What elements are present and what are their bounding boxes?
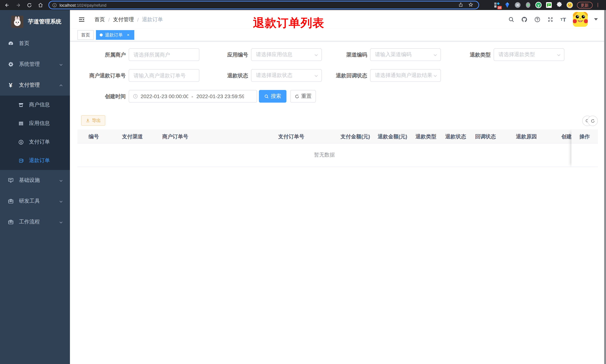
refresh-button[interactable]	[587, 116, 598, 126]
sidebar-item-label: 商户信息	[29, 102, 50, 108]
app-select[interactable]: 请选择应用信息	[251, 48, 322, 61]
font-size-icon[interactable]: TT	[560, 16, 566, 23]
column-header: 支付订单号	[266, 130, 337, 143]
browser-home-icon[interactable]	[37, 2, 43, 8]
column-header: 商户订单号	[155, 130, 266, 143]
share-icon[interactable]	[458, 2, 463, 8]
select-placeholder: 请选择通知商户退款结果	[375, 72, 433, 79]
fixed-action-column: 操作	[571, 130, 598, 167]
empty-state-text: 暂无数据	[77, 143, 571, 167]
sidebar-item-label: 系统管理	[19, 61, 40, 68]
refund-table: 编号 支付渠道 商户订单号 支付订单号 支付金额(元) 退款金额(元) 退款类型…	[77, 130, 598, 167]
sidebar-item-label: 研发工具	[19, 198, 40, 205]
sidebar-item-app-info[interactable]: 应用信息	[0, 114, 70, 133]
logo-rabbit-image	[11, 15, 24, 28]
tab-refund-order[interactable]: 退款订单	[96, 30, 134, 40]
extension-record-icon[interactable]	[525, 2, 531, 8]
briefcase-icon	[7, 219, 14, 225]
breadcrumb: 首页 / 支付管理 / 退款订单	[94, 16, 163, 23]
refund-status-select[interactable]: 请选择退款状态	[251, 69, 322, 82]
sidebar-item-workflow[interactable]: 工作流程	[0, 212, 70, 232]
column-header: 编号	[77, 130, 110, 143]
column-header: 退款状态	[441, 130, 471, 143]
tab-close-icon[interactable]	[126, 33, 131, 37]
dashboard-icon	[7, 40, 14, 47]
url-text[interactable]: localhost:1024/pay/refund	[60, 3, 458, 7]
create-time-range-picker[interactable]: 2022-01-23 00:00:00 - 2022-01-23 23:59:5…	[129, 90, 257, 103]
sidebar-item-pay-order[interactable]: 支付订单	[0, 133, 70, 151]
sidebar-item-pay[interactable]: ¥ 支付管理	[0, 75, 70, 96]
column-header: 创建时间	[553, 130, 571, 143]
breadcrumb-pay[interactable]: 支付管理	[113, 16, 134, 23]
avatar[interactable]	[573, 12, 588, 27]
reset-button-label: 重置	[301, 93, 312, 100]
merchant-refund-no-input[interactable]	[129, 69, 199, 82]
sidebar-item-infra[interactable]: 基础设施	[0, 170, 70, 191]
browser-toolbar: localhost:1024/pay/refund 10 ⌘ y 更新	[0, 0, 606, 10]
filter-label: 退款回调状态	[311, 69, 367, 82]
filter-label: 商户退款订单号	[70, 69, 126, 82]
search-button[interactable]: 搜索	[259, 90, 287, 103]
browser-update-button[interactable]: 更新	[577, 2, 593, 8]
merchant-input[interactable]	[129, 48, 199, 61]
extension-y-icon[interactable]: y	[535, 2, 541, 8]
browser-menu-icon[interactable]	[596, 3, 599, 7]
gear-icon	[7, 61, 14, 67]
notify-status-select[interactable]: 请选择通知商户退款结果	[370, 69, 441, 82]
sidebar-item-devtools[interactable]: 研发工具	[0, 191, 70, 212]
sidebar-item-system[interactable]: 系统管理	[0, 54, 70, 75]
sidebar-item-merchant-info[interactable]: 商户信息	[0, 96, 70, 114]
browser-reload-icon[interactable]	[26, 2, 32, 8]
filter-label: 应用编号	[192, 48, 248, 61]
extension-gem-icon[interactable]	[504, 2, 510, 8]
site-info-icon[interactable]	[52, 3, 57, 7]
export-button-label: 导出	[92, 117, 101, 124]
browser-forward-icon[interactable]	[15, 2, 21, 8]
select-placeholder: 请选择退款类型	[499, 51, 556, 58]
bookmark-star-icon[interactable]	[468, 2, 473, 8]
main-area: 首页 / 支付管理 / 退款订单 退款订单列表 TT 首页	[70, 10, 606, 364]
help-icon[interactable]	[534, 16, 540, 23]
extension-tabs-icon[interactable]: 10	[493, 2, 500, 8]
search-icon[interactable]	[508, 16, 514, 23]
breadcrumb-home[interactable]: 首页	[94, 16, 105, 23]
chevron-down-icon	[59, 62, 63, 66]
clock-icon	[133, 94, 138, 99]
sidebar-item-label: 首页	[19, 40, 29, 47]
date-range-end[interactable]: 2022-01-23 23:59:59	[197, 93, 244, 99]
extension-puzzle-icon[interactable]	[556, 2, 562, 8]
sidebar-submenu-pay: 商户信息 应用信息 支付订单 退款订单	[0, 96, 70, 170]
date-range-start[interactable]: 2022-01-23 00:00:00	[141, 93, 188, 99]
chevron-down-icon	[59, 199, 63, 203]
filter-label: 创建时间	[70, 90, 126, 103]
chevron-up-icon	[59, 83, 63, 87]
tab-dot	[100, 33, 103, 37]
extension-command-icon[interactable]: ⌘	[514, 2, 521, 8]
address-bar[interactable]: localhost:1024/pay/refund	[48, 1, 479, 9]
table-body: 暂无数据	[77, 143, 598, 167]
export-button[interactable]: 导出	[81, 115, 105, 126]
sidebar-item-refund-order[interactable]: 退款订单	[0, 151, 70, 170]
svg-text:⌘: ⌘	[516, 3, 519, 7]
channel-select[interactable]: 请输入渠道编码	[370, 48, 441, 61]
reset-button[interactable]: 重置	[290, 90, 316, 103]
window-scrollbar-strip[interactable]	[604, 10, 606, 364]
select-placeholder: 请选择退款状态	[256, 72, 314, 79]
tab-home[interactable]: 首页	[77, 30, 94, 40]
sidebar-fold-icon[interactable]	[78, 16, 85, 23]
extension-emoji-icon[interactable]	[566, 2, 573, 8]
coin-icon	[18, 139, 24, 145]
extension-chat-icon[interactable]	[546, 2, 552, 8]
fixed-column-body	[571, 143, 598, 167]
tags-view-bar: 首页 退款订单	[70, 29, 606, 41]
avatar-caret-icon[interactable]	[594, 18, 598, 20]
fullscreen-icon[interactable]	[547, 16, 553, 23]
browser-back-icon[interactable]	[4, 2, 10, 8]
sidebar-item-home[interactable]: 首页	[0, 33, 70, 54]
filter-label: 退款状态	[192, 69, 248, 82]
github-icon[interactable]	[521, 16, 527, 23]
refund-type-select[interactable]: 请选择退款类型	[494, 48, 564, 61]
column-header: 支付金额(元)	[337, 130, 374, 143]
sidebar-logo-row[interactable]: 芋道管理系统	[0, 10, 70, 33]
sidebar-item-label: 支付管理	[19, 82, 40, 89]
